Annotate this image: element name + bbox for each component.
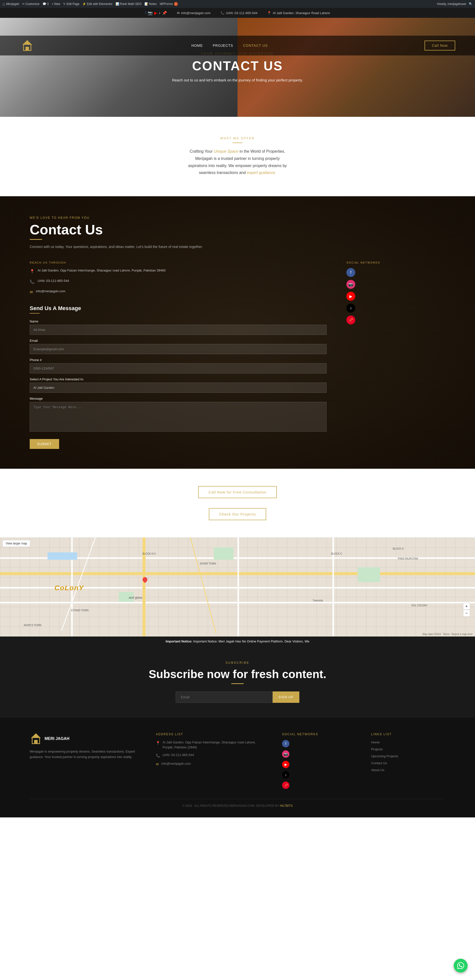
admin-search-icon[interactable]: 🔍	[469, 2, 472, 6]
phone-label: Phone #	[30, 358, 327, 362]
instagram-icon[interactable]: 📷	[346, 280, 355, 289]
footer-link-projects[interactable]: Projects	[371, 747, 445, 751]
map-label-gul-colony: GUL COLONY	[411, 604, 427, 607]
cta-section: Call Now for Free Consultation Check Our…	[0, 469, 475, 538]
svg-marker-1	[22, 41, 32, 45]
footer-link-contact[interactable]: Contact Us	[371, 761, 445, 765]
email-input[interactable]	[30, 344, 327, 354]
footer-bottom: © 2023 · ALL RIGHTS RESERVED MERIJAGAH.C…	[30, 799, 445, 808]
admin-notes[interactable]: 📝 Notes	[145, 2, 157, 6]
map-label-block-g: BLOCK G	[393, 547, 404, 550]
admin-site-name[interactable]: ⌂ Merijagah	[3, 2, 19, 7]
hero-content: YOUR JOURNEY, OUR EXPERTISE CONTACT US R…	[172, 52, 303, 83]
call-now-header-button[interactable]: Call Now	[424, 41, 455, 51]
footer-pinterest[interactable]: 📌	[282, 781, 356, 789]
check-projects-button[interactable]: Check Our Projects	[209, 508, 266, 520]
admin-wpforms[interactable]: WPForms 1	[160, 2, 178, 6]
subscribe-title: Subscribe now for fresh content.	[5, 667, 470, 681]
hero-description: Reach out to us and let's embark on the …	[172, 77, 303, 83]
email-label: Email	[30, 339, 327, 342]
footer-address-title: ADDRESS LIST	[156, 732, 267, 736]
admin-rank-math[interactable]: 📊 Rank Math SEO	[116, 2, 141, 6]
tiktok-icon[interactable]: ♪	[346, 304, 355, 313]
footer-email-item: ✉ info@merijagah.com	[156, 761, 267, 767]
footer-link-about[interactable]: About Us	[371, 768, 445, 772]
footer-email-text: info@merijagah.com	[161, 761, 191, 766]
and-glass-label: and glass	[129, 596, 143, 600]
send-message-line	[30, 313, 40, 313]
social-icons-list: f 📷 ▶ ♪ 📌	[346, 268, 445, 325]
subscribe-email-input[interactable]	[176, 692, 273, 703]
footer-developer[interactable]: HILTBITS	[280, 804, 293, 808]
footer-facebook[interactable]: f	[282, 740, 356, 748]
admin-customize[interactable]: ✏ Customize	[22, 2, 40, 6]
nav-home[interactable]: HOME	[192, 43, 203, 48]
pinterest-icon[interactable]: 📌	[346, 315, 355, 325]
main-nav: HOME PROJECTS CONTACT US	[192, 43, 268, 48]
submit-button[interactable]: Submit	[30, 439, 59, 449]
footer-instagram[interactable]: 📷	[282, 750, 356, 758]
footer-tiktok[interactable]: ♪	[282, 771, 356, 778]
admin-user-area: Howdy, merijagahuser 🔍	[437, 2, 473, 6]
site-logo[interactable]	[20, 38, 35, 53]
footer-logo-name: MERI JAGAH	[44, 737, 69, 741]
map-zoom-in-button[interactable]: +	[463, 603, 470, 610]
contact-phone-item: 📞 UAN: 03-111-665-544	[30, 278, 327, 285]
phone-icon: 📞	[30, 279, 35, 285]
nav-projects[interactable]: PROJECTS	[213, 43, 233, 48]
reach-us-label: REACH US THROUGH	[30, 261, 327, 264]
admin-user[interactable]: Howdy, merijagahuser	[437, 2, 467, 6]
footer-social-col: SOCIAL NETWORKS f 📷 ▶ ♪ 📌	[282, 732, 356, 789]
subscribe-section: SUBSCRIBE Subscribe now for fresh conten…	[0, 646, 475, 718]
footer-address-item: 📍 Al Jalil Garden, Opp Faizan Interchang…	[156, 740, 267, 749]
project-select[interactable]: Al Jalil Garden	[30, 383, 327, 393]
contact-right-col: SOCIAL NETWORKS f 📷 ▶ ♪ 📌	[346, 261, 445, 449]
name-label: Name	[30, 320, 327, 323]
map-label-township: Township	[313, 599, 323, 602]
map-view-larger-button[interactable]: View larger map	[3, 540, 30, 547]
colony-label: CoLonY	[54, 584, 84, 592]
footer-social-icons: f 📷 ▶ ♪ 📌	[282, 740, 356, 789]
footer-link-upcoming[interactable]: Upcoming Projects	[371, 754, 445, 758]
topbar-email: ✉ info@merijagah.com	[177, 11, 211, 15]
admin-elementor[interactable]: ⚡ Edit with Elementor	[83, 2, 113, 6]
nav-contact[interactable]: CONTACT US	[243, 43, 268, 48]
map-label-block-c: BLOCK C	[331, 552, 342, 555]
yt-icon: ▶	[154, 11, 157, 15]
free-consultation-button[interactable]: Call Now for Free Consultation	[198, 486, 277, 498]
subscribe-line-decoration	[231, 683, 244, 684]
project-form-group: Select A Project You Are Interested In: …	[30, 377, 327, 393]
footer-pin-icon: 📌	[282, 781, 289, 789]
footer-tt-icon: ♪	[282, 771, 289, 778]
phone-form-group: Phone #	[30, 358, 327, 374]
send-message-title: Send Us A Message	[30, 305, 327, 312]
address-icon: 📍	[30, 269, 35, 274]
youtube-icon[interactable]: ▶	[346, 292, 355, 301]
map-attribution: Map data ©2024 · Terms · Report a map er…	[423, 633, 472, 635]
phone-input[interactable]	[30, 363, 327, 374]
hero-section: HOME PROJECTS CONTACT US Call Now YOUR J…	[0, 18, 475, 117]
admin-edit-page[interactable]: ✎ Edit Page	[63, 2, 79, 6]
name-input[interactable]	[30, 325, 327, 335]
footer-links-col: LINKS LIST Home Projects Upcoming Projec…	[371, 732, 445, 789]
map-zoom-out-button[interactable]: −	[463, 610, 470, 617]
contact-dark-section: WE'D LOVE TO HEAR FROM YOU Contact Us Co…	[0, 196, 475, 469]
admin-counter[interactable]: 💬 3	[43, 2, 49, 6]
footer-youtube[interactable]: ▶	[282, 761, 356, 768]
subscribe-tag: SUBSCRIBE	[5, 661, 470, 665]
what-we-offer-section: WHAT WE OFFER Crafting Your Unique Space…	[0, 117, 475, 196]
footer-link-home[interactable]: Home	[371, 740, 445, 745]
subscribe-button[interactable]: Sign Up	[273, 692, 299, 703]
email-form-group: Email	[30, 339, 327, 354]
contact-title-decoration	[30, 239, 42, 240]
contact-columns: REACH US THROUGH 📍 Al Jalil Garden, Opp …	[30, 261, 445, 449]
tag-line-decoration	[232, 143, 243, 143]
project-label: Select A Project You Are Interested In:	[30, 377, 327, 381]
footer-grid: MERI JAGAH Merijagah is empowering prope…	[30, 732, 445, 789]
message-textarea[interactable]	[30, 402, 327, 431]
admin-new[interactable]: + New	[52, 2, 60, 6]
message-label: Message	[30, 397, 327, 401]
site-header: HOME PROJECTS CONTACT US Call Now	[0, 36, 475, 56]
map-placeholder: BLOCK H-3 JOHAR TOWN BLOCK C BLOCK G PIN…	[0, 538, 475, 636]
facebook-icon[interactable]: f	[346, 268, 355, 277]
